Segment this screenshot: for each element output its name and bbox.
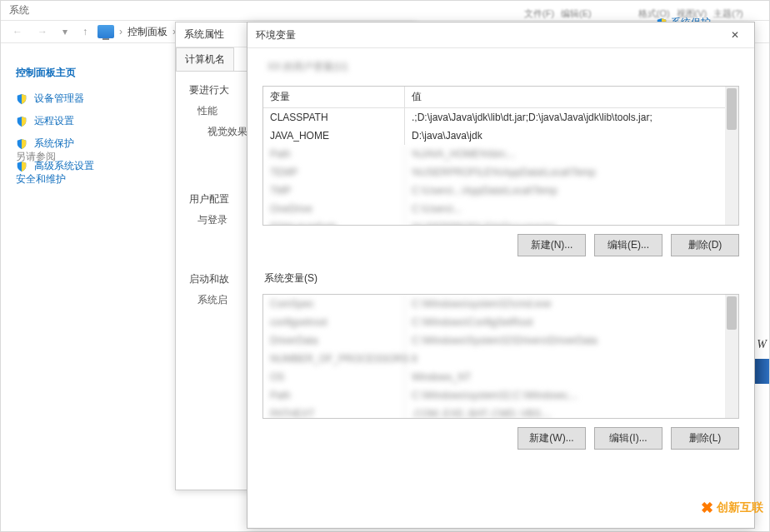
scroll-thumb[interactable] [727, 296, 737, 330]
decorative-w: W [757, 338, 767, 351]
shield-icon [16, 93, 28, 105]
footer-link[interactable]: 安全和维护 [16, 172, 66, 186]
user-new-button[interactable]: 新建(N)... [518, 234, 586, 256]
cell-val: C:\Windows\system32\cmd.exe [405, 295, 738, 313]
forward-arrow-icon[interactable]: → [32, 24, 52, 39]
env-title: 环境变量 [256, 28, 296, 42]
sidebar-item-0[interactable]: 设备管理器 [16, 92, 161, 106]
sys-var-section-label: 系统变量(S) [264, 271, 739, 286]
table-row[interactable]: configsetrootC:\Windows\ConfigSetRoot [263, 313, 738, 331]
table-row[interactable]: TMPC:\Users\...\AppData\Local\Temp [263, 181, 738, 200]
shield-icon [16, 138, 28, 150]
system-variables-list[interactable]: ComSpecC:\Windows\system32\cmd.execonfig… [262, 294, 739, 419]
cell-var: OS [263, 368, 405, 386]
watermark-icon: ✖ [701, 499, 713, 517]
cell-var: OneDrive [263, 200, 405, 218]
user-variables-group: 变量 值 CLASSPATH.;D:\java\Java\jdk\lib\dt.… [262, 86, 739, 256]
sidebar-item-label: 系统保护 [34, 137, 74, 151]
cell-val: Windows_NT [405, 368, 738, 386]
table-row[interactable]: NUMBER_OF_PROCESSORS8 [263, 350, 738, 368]
cell-val: .COM;.EXE;.BAT;.CMD;.VBS;... [405, 405, 738, 419]
system-variables-group: ComSpecC:\Windows\system32\cmd.execonfig… [262, 294, 739, 450]
bc-sep-icon: › [119, 26, 122, 37]
table-row[interactable]: OneDriveC:\Users\... [263, 200, 738, 218]
table-row[interactable]: DriverDataC:\Windows\System32\Drivers\Dr… [263, 331, 738, 350]
cell-var: CLASSPATH [263, 108, 405, 127]
scroll-thumb[interactable] [727, 88, 737, 130]
user-edit-button[interactable]: 编辑(E)... [594, 234, 662, 256]
sidebar-item-label: 远程设置 [34, 114, 74, 128]
cell-var: ComSpec [263, 295, 405, 313]
cell-val: 8 [405, 350, 738, 368]
table-row[interactable]: PathC:\Windows\system32;C:\Windows;... [263, 386, 738, 405]
cell-val: C:\Windows\System32\Drivers\DriverData [405, 331, 738, 350]
user-delete-button[interactable]: 删除(D) [671, 234, 739, 256]
footer-heading: 另请参阅 [16, 150, 66, 164]
sidebar: 控制面板主页 设备管理器远程设置系统保护高级系统设置 另请参阅 安全和维护 [1, 51, 176, 196]
sys-delete-button[interactable]: 删除(L) [671, 427, 739, 450]
back-arrow-icon[interactable]: ← [8, 24, 28, 39]
cell-val: C:\Users\... [405, 200, 738, 218]
scrollbar[interactable] [725, 295, 738, 418]
table-row[interactable]: ComSpecC:\Windows\system32\cmd.exe [263, 295, 738, 313]
table-row[interactable]: OSWindows_NT [263, 368, 738, 386]
sidebar-heading[interactable]: 控制面板主页 [16, 66, 161, 80]
table-row[interactable]: TEMP%USERPROFILE%\AppData\Local\Temp [263, 163, 738, 181]
cell-var: Path [263, 145, 405, 163]
col-header-val[interactable]: 值 [405, 87, 738, 107]
cell-val: C:\Users\...\AppData\Local\Temp [405, 181, 738, 200]
cell-val: C:\Windows\ConfigSetRoot [405, 313, 738, 331]
tab-computer-name[interactable]: 计算机名 [176, 47, 234, 71]
sidebar-footer: 另请参阅 安全和维护 [16, 150, 66, 186]
user-variables-list[interactable]: 变量 值 CLASSPATH.;D:\java\Java\jdk\lib\dt.… [262, 86, 739, 226]
table-row[interactable]: PSModulePath%USERPROFILE%\Documents\... [263, 218, 738, 226]
close-icon[interactable]: ✕ [724, 27, 746, 42]
up-arrow-icon[interactable]: ↑ [78, 24, 92, 39]
cell-var: TEMP [263, 163, 405, 181]
user-var-section-label: XX 的用户变量(U) [268, 60, 739, 74]
sidebar-item-1[interactable]: 远程设置 [16, 114, 161, 128]
sidebar-item-2[interactable]: 系统保护 [16, 137, 161, 151]
cell-var: JAVA_HOME [263, 127, 405, 145]
table-row[interactable]: CLASSPATH.;D:\java\Java\jdk\lib\dt.jar;D… [263, 108, 738, 127]
cell-var: Path [263, 386, 405, 405]
watermark: ✖ 创新互联 [694, 495, 770, 520]
table-row[interactable]: JAVA_HOMED:\java\Java\jdk [263, 127, 738, 145]
sys-new-button[interactable]: 新建(W)... [518, 427, 586, 450]
cell-var: PSModulePath [263, 218, 405, 226]
cell-val: C:\Windows\system32;C:\Windows;... [405, 386, 738, 405]
cell-val: %USERPROFILE%\AppData\Local\Temp [405, 163, 738, 181]
table-row[interactable]: PATHEXT.COM;.EXE;.BAT;.CMD;.VBS;... [263, 405, 738, 419]
cell-var: NUMBER_OF_PROCESSORS [263, 350, 405, 368]
cell-var: PATHEXT [263, 405, 405, 419]
decorative-band [754, 359, 769, 384]
environment-variables-dialog: 环境变量 ✕ XX 的用户变量(U) 变量 值 CLASSPATH.;D:\ja… [247, 22, 755, 529]
cell-val: D:\java\Java\jdk [405, 127, 738, 145]
breadcrumb-root[interactable]: 控制面板 [128, 25, 168, 39]
cell-var: DriverData [263, 331, 405, 350]
scrollbar[interactable] [725, 87, 738, 225]
cell-val: .;D:\java\Java\jdk\lib\dt.jar;D:\java\Ja… [405, 108, 738, 127]
sys-edit-button[interactable]: 编辑(I)... [594, 427, 662, 450]
table-row[interactable]: Path%JAVA_HOME%\bin;... [263, 145, 738, 163]
shield-icon [16, 116, 28, 127]
cell-var: TMP [263, 181, 405, 200]
sidebar-item-label: 设备管理器 [34, 92, 84, 106]
cell-val: %USERPROFILE%\Documents\... [405, 218, 738, 226]
cell-var: configsetroot [263, 313, 405, 331]
col-header-var[interactable]: 变量 [263, 87, 405, 107]
recent-dropdown-icon[interactable]: ▾ [58, 24, 72, 39]
cell-val: %JAVA_HOME%\bin;... [405, 145, 738, 163]
pc-icon [98, 25, 114, 38]
